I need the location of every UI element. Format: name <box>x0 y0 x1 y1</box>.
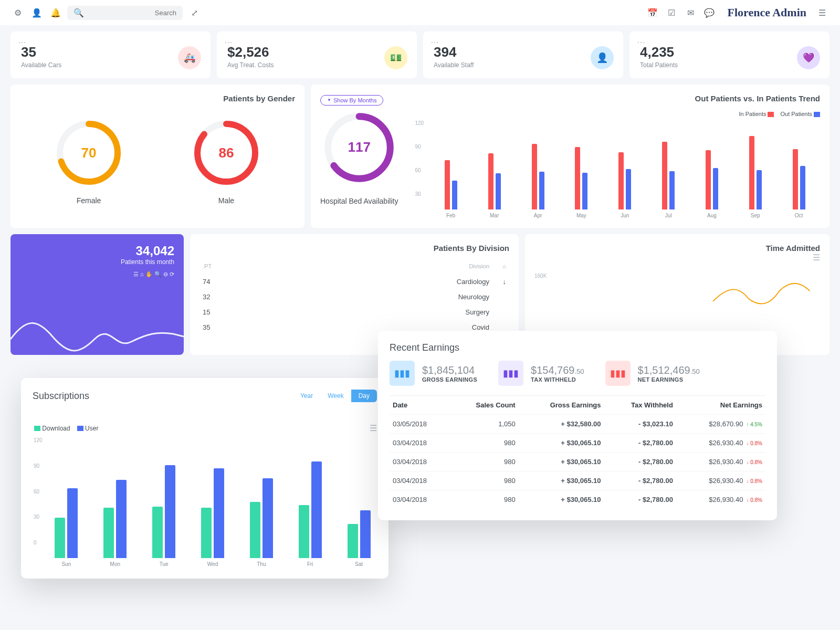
legend-out: Out Patients <box>780 111 820 117</box>
tab-week[interactable]: Week <box>320 390 351 402</box>
more-icon[interactable]: … <box>637 36 646 45</box>
subs-menu-icon[interactable]: ☰ <box>370 423 377 433</box>
stat-value: 394 <box>434 44 613 60</box>
legend-in: In Patients <box>739 111 774 117</box>
trend-chart: 120906030 <box>429 120 820 209</box>
tab-year[interactable]: Year <box>293 390 320 402</box>
trend-card: ▼Show By Months Out Patients vs. In Pati… <box>311 85 830 228</box>
male-donut: 86 Male <box>192 119 260 205</box>
earn-summary: ▮▮▮ $154,769.50 TAX WITHHELD <box>498 361 584 386</box>
table-row: 03/04/2018980 + $30,065.10- $2,780.00 $2… <box>390 471 765 490</box>
tab-day[interactable]: Day <box>351 390 377 402</box>
subs-tabs: Year Week Day <box>293 390 377 402</box>
stat-value: 35 <box>21 44 200 60</box>
stat-value: $2,526 <box>227 44 406 60</box>
chart-icon: ▮▮▮ <box>498 361 523 386</box>
table-row: 03/04/2018980 + $30,065.10- $2,780.00 $2… <box>390 453 765 471</box>
stat-label: Avg Treat. Costs <box>227 61 406 69</box>
more-icon[interactable]: … <box>224 36 234 45</box>
subscriptions-title: Subscriptions <box>33 391 89 402</box>
search-icon: 🔍 <box>74 8 84 18</box>
mail-icon[interactable]: ✉ <box>683 5 698 20</box>
search-wrap: 🔍 <box>67 6 183 20</box>
stat-icon: 💵 <box>384 46 407 69</box>
gender-card: Patients by Gender 70 Female 86 Male <box>10 85 304 228</box>
chat-icon[interactable]: 💬 <box>702 5 717 20</box>
table-row: 03/05/20181,050 + $32,580.00- $3,023.10 … <box>390 415 765 434</box>
trend-title: Out Patients vs. In Patients Trend <box>695 94 820 103</box>
stat-label: Available Cars <box>21 61 200 69</box>
stat-icon: 👤 <box>591 46 614 69</box>
show-by-months-button[interactable]: ▼Show By Months <box>320 95 383 106</box>
more-icon[interactable]: … <box>430 36 440 45</box>
chart-icon: ▮▮▮ <box>390 361 415 386</box>
bell-icon[interactable]: 🔔 <box>48 5 63 20</box>
settings-icon[interactable]: ⚙ <box>10 5 25 20</box>
time-menu-icon[interactable]: ☰ <box>534 253 820 262</box>
stat-label: Total Patients <box>640 61 819 69</box>
table-row[interactable]: 15Surgery <box>201 305 508 319</box>
calendar-icon[interactable]: 📅 <box>645 5 660 20</box>
patients-month-card: 34,042 Patients this month ☰ ⌂ ✋ 🔍 ⊖ ⟳ <box>10 234 184 355</box>
stat-card-1: … $2,526 Avg Treat. Costs 💵 <box>217 32 417 78</box>
user-icon[interactable]: 👤 <box>29 5 44 20</box>
stat-card-2: … 394 Available Staff 👤 <box>423 32 623 78</box>
subscriptions-card: Subscriptions Year Week Day Download Use… <box>21 378 388 579</box>
stat-card-0: … 35 Available Cars 🚑 <box>10 32 211 78</box>
menu-icon[interactable]: ☰ <box>815 5 830 20</box>
earn-summary: ▮▮▮ $1,845,104 GROSS EARNINGS <box>390 361 477 386</box>
expand-icon[interactable]: ⤢ <box>187 5 202 20</box>
chart-icon: ▮▮▮ <box>605 361 631 386</box>
topbar: ⚙ 👤 🔔 🔍 ⤢ 📅 ☑ ✉ 💬 Florence Admin ☰ <box>0 0 840 25</box>
gender-title: Patients by Gender <box>20 94 295 103</box>
earnings-card: Recent Earnings ▮▮▮ $1,845,104 GROSS EAR… <box>378 331 777 520</box>
brand-title: Florence Admin <box>727 6 806 19</box>
stat-icon: 💜 <box>797 46 820 69</box>
table-row: 03/04/2018980 + $30,065.10- $2,780.00 $2… <box>390 434 765 453</box>
subs-chart: 1209060300 <box>48 437 377 558</box>
female-donut: 70 Female <box>55 119 123 205</box>
stat-card-3: … 4,235 Total Patients 💜 <box>629 32 830 78</box>
more-icon[interactable]: … <box>18 36 27 45</box>
earn-summary: ▮▮▮ $1,512,469.50 NET EARNINGS <box>605 361 700 386</box>
stats-row: … 35 Available Cars 🚑 … $2,526 Avg Treat… <box>0 25 840 85</box>
table-row: 03/04/2018980 + $30,065.10- $2,780.00 $2… <box>390 490 765 509</box>
stat-label: Available Staff <box>434 61 613 69</box>
chart-toolbar[interactable]: ☰ ⌂ ✋ 🔍 ⊖ ⟳ <box>20 271 174 278</box>
stat-icon: 🚑 <box>178 46 201 69</box>
check-icon[interactable]: ☑ <box>664 5 679 20</box>
table-row[interactable]: 32Neurology <box>201 290 508 304</box>
division-title: Patients By Division <box>200 244 509 253</box>
earnings-title: Recent Earnings <box>390 342 765 353</box>
table-row[interactable]: 74Cardiology↓ <box>201 275 508 289</box>
stat-value: 4,235 <box>640 44 819 60</box>
beds-donut: 117 Hospital Bed Availability <box>320 111 398 218</box>
search-input[interactable] <box>84 9 176 17</box>
